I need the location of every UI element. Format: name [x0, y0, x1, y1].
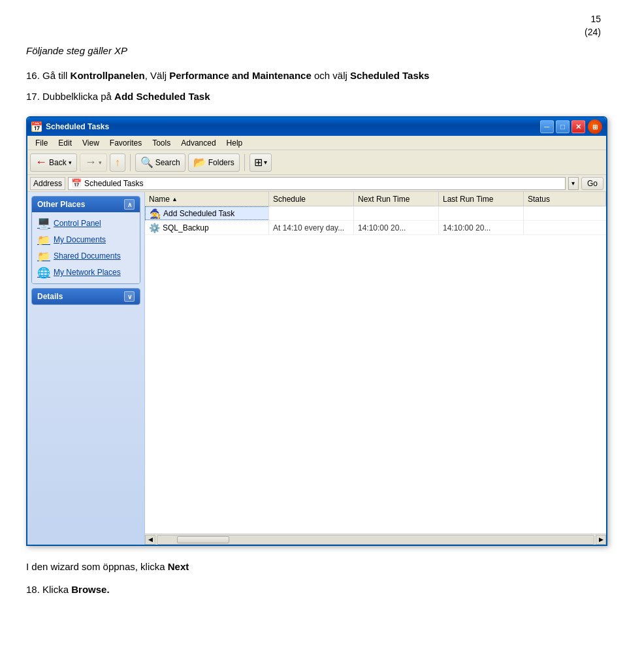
up-icon: ↑	[115, 157, 120, 168]
link-shared-documents[interactable]: 📁 Shared Documents	[35, 249, 137, 263]
sql-backup-icon: ⚙️	[149, 223, 160, 233]
other-places-body: 🖥️ Control Panel 📁 My Documents 📁 Shared…	[32, 212, 140, 283]
search-icon: 🔍	[140, 156, 153, 168]
address-bar: Address 📅 Scheduled Tasks ▾ Go	[27, 175, 606, 192]
toolbar-separator-2	[244, 154, 245, 171]
col-next-run[interactable]: Next Run Time	[354, 192, 439, 206]
link-my-documents[interactable]: 📁 My Documents	[35, 232, 137, 247]
file-schedule-sql: At 14:10 every day...	[269, 221, 354, 234]
my-network-places-icon: 🌐	[37, 266, 50, 279]
table-row[interactable]: 🧙 Add Scheduled Task	[145, 206, 606, 221]
menu-tools[interactable]: Tools	[147, 137, 176, 149]
control-panel-icon: 🖥️	[37, 217, 50, 230]
file-list-footer: ◀ ▶	[145, 534, 606, 545]
other-places-header[interactable]: Other Places ∧	[32, 197, 140, 212]
menu-edit[interactable]: Edit	[53, 137, 77, 149]
step-17: 17. Dubbelklicka på Add Scheduled Task	[26, 89, 601, 104]
views-dropdown-icon: ▾	[264, 159, 267, 166]
shared-documents-icon: 📁	[37, 249, 50, 263]
left-panel: Other Places ∧ 🖥️ Control Panel 📁 My Doc…	[27, 192, 145, 545]
scheduled-tasks-window: 📅 Scheduled Tasks ─ □ ✕ ⊞ File Edit View…	[26, 116, 607, 546]
link-control-panel[interactable]: 🖥️ Control Panel	[35, 216, 137, 231]
forward-button[interactable]: → ▾	[80, 153, 107, 172]
page-number: 15 (24)	[26, 13, 601, 39]
menu-advanced[interactable]: Advanced	[176, 137, 221, 149]
other-places-expand[interactable]: ∧	[124, 199, 135, 210]
menu-help[interactable]: Help	[221, 137, 248, 149]
back-icon: ←	[35, 155, 47, 169]
views-icon: ⊞	[254, 156, 263, 168]
window-title: Scheduled Tasks	[46, 122, 540, 131]
step-16: 16. Gå till Kontrollpanelen, Välj Perfor…	[26, 68, 601, 84]
address-label: Address	[30, 177, 65, 190]
back-dropdown-icon: ▾	[69, 159, 72, 166]
horizontal-scrollbar[interactable]	[157, 535, 594, 545]
file-next-run-add-task	[354, 206, 439, 220]
main-content: Other Places ∧ 🖥️ Control Panel 📁 My Doc…	[27, 192, 606, 545]
file-last-run-sql: 14:10:00 20...	[439, 221, 524, 234]
col-schedule[interactable]: Schedule	[269, 192, 354, 206]
table-row[interactable]: ⚙️ SQL_Backup At 14:10 every day... 14:1…	[145, 221, 606, 235]
go-button[interactable]: Go	[581, 177, 603, 190]
scrollbar-thumb	[177, 536, 229, 543]
folders-icon: 📂	[193, 156, 206, 168]
footer-step-wizard: I den wizard som öppnas, klicka Next	[26, 558, 601, 575]
menu-bar: File Edit View Favorites Tools Advanced …	[27, 136, 606, 150]
minimize-button[interactable]: ─	[540, 120, 554, 133]
title-bar: 📅 Scheduled Tasks ─ □ ✕ ⊞	[27, 118, 606, 136]
file-name-sql-backup: ⚙️ SQL_Backup	[145, 221, 269, 234]
file-list-body: 🧙 Add Scheduled Task ⚙️ SQL_Backup At 14…	[145, 206, 606, 534]
folders-button[interactable]: 📂 Folders	[188, 153, 240, 172]
close-button[interactable]: ✕	[571, 120, 585, 133]
details-section: Details ∨	[31, 288, 140, 305]
other-places-section: Other Places ∧ 🖥️ Control Panel 📁 My Doc…	[31, 196, 140, 284]
maximize-button[interactable]: □	[556, 120, 570, 133]
toolbar-separator-1	[130, 154, 131, 171]
sort-asc-icon: ▲	[172, 196, 178, 202]
details-expand[interactable]: ∨	[124, 291, 135, 302]
forward-dropdown-icon: ▾	[99, 159, 102, 166]
forward-icon: →	[85, 155, 97, 169]
col-last-run[interactable]: Last Run Time	[439, 192, 524, 206]
address-input[interactable]: 📅 Scheduled Tasks	[68, 177, 566, 190]
link-my-network-places[interactable]: 🌐 My Network Places	[35, 265, 137, 280]
menu-view[interactable]: View	[77, 137, 104, 149]
window-icon: 📅	[31, 121, 42, 132]
file-last-run-add-task	[439, 206, 524, 220]
file-list-header: Name ▲ Schedule Next Run Time Last Run T…	[145, 192, 606, 206]
add-task-icon: 🧙	[150, 208, 161, 219]
subtitle: Följande steg gäller XP	[26, 45, 601, 56]
file-status-add-task	[524, 206, 606, 220]
file-schedule-add-task	[269, 206, 354, 220]
my-documents-icon: 📁	[37, 233, 50, 246]
menu-favorites[interactable]: Favorites	[104, 137, 147, 149]
file-status-sql	[524, 221, 606, 234]
file-next-run-sql: 14:10:00 20...	[354, 221, 439, 234]
up-button[interactable]: ↑	[110, 153, 125, 172]
title-bar-buttons: ─ □ ✕	[540, 120, 585, 133]
views-button[interactable]: ⊞ ▾	[249, 153, 272, 172]
back-button[interactable]: ← Back ▾	[30, 153, 77, 172]
menu-file[interactable]: File	[30, 137, 53, 149]
footer-step-18: 18. Klicka Browse.	[26, 581, 601, 598]
col-name[interactable]: Name ▲	[145, 192, 269, 206]
details-header[interactable]: Details ∨	[32, 289, 140, 304]
scroll-left-arrow[interactable]: ◀	[145, 535, 155, 545]
search-button[interactable]: 🔍 Search	[135, 153, 185, 172]
toolbar: ← Back ▾ → ▾ ↑ 🔍 Search 📂 Folders ⊞ ▾	[27, 150, 606, 175]
winxp-logo: ⊞	[588, 120, 602, 134]
address-folder-icon: 📅	[71, 178, 82, 188]
file-list-area: Name ▲ Schedule Next Run Time Last Run T…	[145, 192, 606, 545]
col-status[interactable]: Status	[524, 192, 606, 206]
scroll-right-arrow[interactable]: ▶	[596, 535, 606, 545]
address-dropdown[interactable]: ▾	[568, 177, 579, 190]
file-name-add-task: 🧙 Add Scheduled Task	[145, 206, 269, 220]
